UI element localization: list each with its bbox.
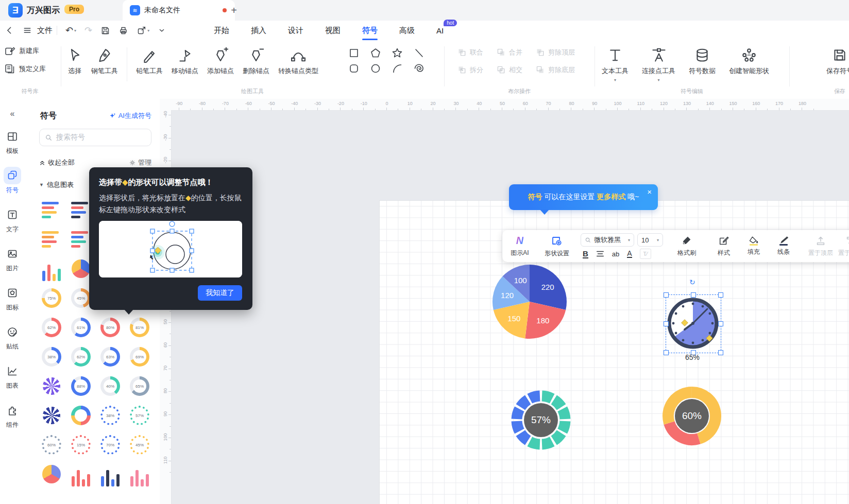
sidebar-item-component[interactable]: 组件 xyxy=(0,402,25,429)
sidebar-item-symbol[interactable]: 符号 xyxy=(0,167,25,195)
char-spacing-button[interactable]: ab xyxy=(612,250,619,258)
diagram-ai-button[interactable]: N 图示AI xyxy=(506,235,533,257)
ribbon-pen-button[interactable]: 钢笔工具 xyxy=(91,47,118,76)
line-button[interactable]: 线条 xyxy=(770,236,797,256)
symbol-thumbnail-donut[interactable]: 63% xyxy=(98,344,123,369)
document-tab[interactable]: ≋ 未命名文件 xyxy=(123,0,235,21)
selection-handle[interactable] xyxy=(664,292,669,298)
shape-settings-button[interactable]: 形状设置 xyxy=(544,235,570,258)
selection-handle[interactable] xyxy=(718,350,723,355)
selection-handle[interactable] xyxy=(664,350,669,355)
shape-arc-button[interactable] xyxy=(392,63,403,74)
got-it-button[interactable]: 我知道了 xyxy=(198,285,242,301)
symbol-thumbnail-donut[interactable]: 81% xyxy=(127,315,152,340)
symbol-thumbnail-donut[interactable]: 61% xyxy=(69,315,93,340)
sidebar-item-sticker[interactable]: 贴纸 xyxy=(0,323,25,351)
symbol-thumbnail-barh[interactable] xyxy=(39,227,66,252)
menu-tab-符号[interactable]: 符号 xyxy=(362,26,378,36)
symbol-thumbnail-donut[interactable]: 40% xyxy=(98,374,123,398)
menu-tab-AI[interactable]: AIhot xyxy=(436,26,444,35)
menu-tab-开始[interactable]: 开始 xyxy=(214,26,229,36)
align-icon[interactable] xyxy=(596,250,604,257)
ribbon-convert-anchor-button[interactable]: 转换锚点类型 xyxy=(278,47,318,76)
share-icon[interactable]: ▾ xyxy=(137,26,149,36)
symbol-thumbnail-donut[interactable]: 38% xyxy=(39,344,64,369)
ribbon-text-tool-button[interactable]: 文本工具▾ xyxy=(602,47,629,81)
hamburger-icon[interactable] xyxy=(23,26,32,35)
shape-spiral-button[interactable] xyxy=(413,63,424,74)
sidebar-item-icon[interactable]: 图标 xyxy=(0,284,25,312)
panel-collapse-button[interactable]: « xyxy=(0,99,25,128)
ribbon-predefined-library-button[interactable]: 预定义库 xyxy=(4,63,46,75)
symbol-thumbnail-spinner[interactable]: 45% xyxy=(127,432,152,457)
rotate-handle[interactable]: ↻ xyxy=(689,278,695,286)
pie-chart-shape[interactable]: 220180150120100 xyxy=(488,260,571,343)
shape-rounded-square-button[interactable] xyxy=(348,63,360,74)
back-icon[interactable] xyxy=(5,26,14,35)
symbol-thumbnail-donut[interactable]: 65% xyxy=(127,374,152,398)
sidebar-item-template[interactable]: 模板 xyxy=(0,128,25,155)
symbol-thumbnail-donut[interactable]: 62% xyxy=(69,344,93,369)
ribbon-cursor-button[interactable]: 选择 xyxy=(67,47,82,76)
selection-handle[interactable] xyxy=(718,321,723,326)
symbol-thumbnail-spinner[interactable]: 57% xyxy=(127,403,152,428)
ribbon-symbol-data-button[interactable]: 符号数据 xyxy=(689,47,716,81)
selection-handle[interactable] xyxy=(691,292,696,298)
shape-line-button[interactable] xyxy=(413,47,424,59)
symbol-thumbnail-spinner[interactable]: 38% xyxy=(98,403,123,428)
ribbon-connector-tool-button[interactable]: 连接点工具▾ xyxy=(642,47,675,81)
shape-circle-button[interactable] xyxy=(370,63,381,74)
symbol-thumbnail-pie[interactable] xyxy=(39,462,64,486)
new-tab-button[interactable]: + xyxy=(228,4,240,16)
save-icon[interactable] xyxy=(100,26,110,36)
symbol-thumbnail-barh[interactable] xyxy=(39,198,66,222)
undo-icon[interactable]: ↶▾ xyxy=(65,25,76,36)
format-painter-button[interactable]: 格式刷 xyxy=(673,235,700,257)
symbol-thumbnail-barv[interactable] xyxy=(39,256,64,284)
ribbon-new-library-button[interactable]: 新建库 xyxy=(4,45,46,57)
symbol-thumbnail-donut[interactable]: 62% xyxy=(39,315,64,340)
symbol-thumbnail-ring-multi[interactable] xyxy=(69,403,93,428)
sidebar-item-picture[interactable]: 图片 xyxy=(0,245,25,273)
symbol-thumbnail-donut[interactable]: 88% xyxy=(69,374,93,398)
shape-star-button[interactable] xyxy=(392,47,403,59)
menu-tab-高级[interactable]: 高级 xyxy=(399,26,415,36)
symbol-thumbnail-barv[interactable] xyxy=(98,462,123,490)
font-size-select[interactable]: 10 ▾ xyxy=(637,233,663,247)
symbol-thumbnail-spinner[interactable]: 70% xyxy=(98,432,123,457)
shape-pentagon-button[interactable] xyxy=(370,47,381,59)
fill-button[interactable]: 填充 xyxy=(740,236,767,256)
ribbon-move-anchor-button[interactable]: 移动锚点 xyxy=(172,47,198,76)
symbol-thumbnail-donut[interactable]: 80% xyxy=(98,315,123,340)
symbol-thumbnail-barv[interactable] xyxy=(127,462,152,490)
selection-handle[interactable] xyxy=(718,292,723,298)
symbol-thumbnail-spinner[interactable]: 15% xyxy=(69,432,93,457)
menu-tab-设计[interactable]: 设计 xyxy=(288,26,303,36)
ribbon-add-anchor-button[interactable]: 添加锚点 xyxy=(207,47,234,76)
donut-gauge-60[interactable]: 60% xyxy=(661,385,723,447)
selection-handle[interactable] xyxy=(664,321,669,326)
symbol-thumbnail-donut[interactable]: 75% xyxy=(39,286,64,310)
segmented-gauge-57[interactable]: 57% xyxy=(510,389,572,451)
symbol-thumbnail-donut[interactable]: 69% xyxy=(127,344,152,369)
style-button[interactable]: 样式 xyxy=(710,235,737,257)
collapse-ribbon-icon[interactable] xyxy=(158,26,166,34)
shape-square-button[interactable] xyxy=(348,47,360,59)
font-color-button[interactable]: A xyxy=(627,250,632,258)
close-icon[interactable]: × xyxy=(647,187,652,196)
ribbon-pencil-button[interactable]: 铅笔工具 xyxy=(136,47,163,76)
font-family-select[interactable]: 微软雅黑 ▾ xyxy=(581,233,634,247)
symbol-thumbnail-spinner[interactable]: 60% xyxy=(39,432,64,457)
menu-tab-视图[interactable]: 视图 xyxy=(325,26,341,36)
print-icon[interactable] xyxy=(118,26,128,36)
bold-button[interactable]: B xyxy=(583,250,588,258)
sidebar-item-text[interactable]: 文字 xyxy=(0,206,25,234)
menu-tab-插入[interactable]: 插入 xyxy=(251,26,266,36)
sidebar-item-chart[interactable]: 图表 xyxy=(0,362,25,390)
symbol-thumbnail-swirl[interactable] xyxy=(39,403,64,428)
ribbon-delete-anchor-button[interactable]: 删除锚点 xyxy=(243,47,269,76)
canvas-area[interactable]: -90-80-70-60-50-40-30-20-100102030405060… xyxy=(160,99,849,504)
ribbon-save-symbol-button[interactable]: 保存符号 xyxy=(826,47,849,76)
ribbon-smart-shape-button[interactable]: 创建智能形状 xyxy=(729,47,769,81)
symbol-thumbnail-swirl[interactable] xyxy=(39,374,64,398)
